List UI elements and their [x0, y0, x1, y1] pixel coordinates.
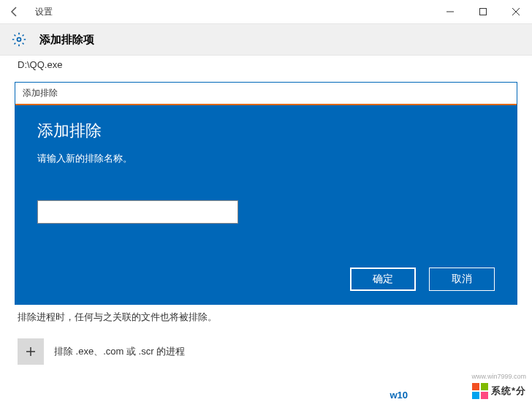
dialog-heading: 添加排除	[37, 120, 495, 142]
back-button[interactable]	[0, 0, 29, 23]
window-controls	[433, 0, 532, 23]
page-title: 添加排除项	[39, 33, 94, 47]
window-titlebar: 设置	[0, 0, 532, 23]
ok-button[interactable]: 确定	[350, 268, 416, 291]
watermark-text: 系统*分	[491, 384, 526, 398]
page-header: 添加排除项	[0, 23, 532, 56]
exclude-process-row: 排除 .exe、.com 或 .scr 的进程	[0, 334, 532, 369]
windows-logo-icon	[472, 383, 488, 399]
dialog-buttons: 确定 取消	[37, 268, 495, 291]
minimize-button[interactable]	[433, 0, 466, 23]
cancel-button[interactable]: 取消	[429, 268, 495, 291]
dialog-body: 添加排除 请输入新的排除名称。 确定 取消	[15, 105, 517, 304]
close-button[interactable]	[499, 0, 532, 23]
exclude-process-label: 排除 .exe、.com 或 .scr 的进程	[54, 345, 185, 358]
dialog-titlebar: 添加排除	[15, 83, 517, 105]
svg-point-4	[18, 38, 21, 42]
help-text: 排除进程时，任何与之关联的文件也将被排除。	[0, 309, 532, 334]
watermark-url: w10	[390, 390, 408, 401]
svg-rect-1	[479, 9, 486, 15]
watermark-logo: 系统*分	[472, 383, 526, 399]
exclusion-name-input[interactable]	[37, 200, 238, 224]
path-text: D:\QQ.exe	[0, 56, 532, 77]
window-title: 设置	[35, 6, 53, 18]
watermark-source: www.win7999.com	[471, 373, 526, 380]
maximize-button[interactable]	[466, 0, 499, 23]
add-exclusion-button[interactable]	[18, 338, 44, 365]
add-exclusion-dialog: 添加排除 添加排除 请输入新的排除名称。 确定 取消	[15, 82, 517, 305]
dialog-subtext: 请输入新的排除名称。	[37, 152, 495, 165]
gear-icon	[12, 32, 26, 47]
